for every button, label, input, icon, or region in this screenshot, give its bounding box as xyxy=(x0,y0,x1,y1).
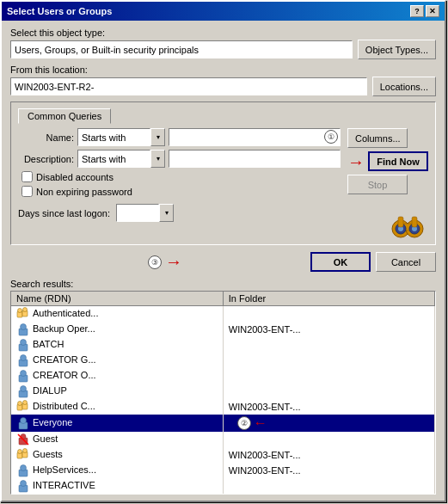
results-data-table: Name (RDN) In Folder Authenticated...Bac… xyxy=(11,292,435,494)
name-combo-arrow[interactable]: ▾ xyxy=(150,128,165,146)
find-now-wrapper: → Find Now xyxy=(347,151,428,171)
cell-folder: WIN2003-ENT-... xyxy=(223,447,434,463)
cell-name: INTERACTIVE xyxy=(11,478,223,494)
cell-name: Guests xyxy=(11,447,223,463)
ok-arrow-annotation: → xyxy=(165,252,182,272)
cell-name: Distributed C... xyxy=(11,399,223,415)
svg-point-37 xyxy=(21,465,27,471)
svg-point-24 xyxy=(18,402,22,406)
object-type-row: Object Types... xyxy=(10,40,436,59)
name-starts-with-input[interactable]: Starts with xyxy=(77,128,150,146)
non-expiring-checkbox[interactable] xyxy=(21,186,33,197)
cell-folder: WIN2003-ENT-... xyxy=(223,322,434,337)
disabled-accounts-checkbox[interactable] xyxy=(21,171,33,182)
desc-value-input[interactable] xyxy=(169,150,341,168)
svg-point-14 xyxy=(21,324,27,330)
stop-button[interactable]: Stop xyxy=(347,175,408,194)
name-starts-with-combo: Starts with ▾ xyxy=(77,128,165,146)
svg-point-33 xyxy=(18,450,22,454)
name-label: Name: xyxy=(18,132,74,143)
object-type-section: Select this object type: Object Types... xyxy=(10,28,436,59)
dialog-title: Select Users or Groups xyxy=(7,6,410,16)
days-since-arrow[interactable]: ▾ xyxy=(159,204,174,222)
cell-folder xyxy=(223,353,434,368)
name-value-input[interactable]: ① xyxy=(169,128,341,146)
col-header-name[interactable]: Name (RDN) xyxy=(11,292,223,306)
columns-button[interactable]: Columns... xyxy=(347,128,408,148)
desc-starts-with-input[interactable]: Starts with xyxy=(77,150,150,168)
cell-folder xyxy=(223,478,434,494)
table-row[interactable]: DIALUP xyxy=(11,384,435,399)
object-type-label: Select this object type: xyxy=(10,28,436,38)
search-graphic-area xyxy=(347,205,428,239)
object-types-button[interactable]: Object Types... xyxy=(358,40,436,59)
ok-button[interactable]: OK xyxy=(310,252,371,272)
svg-point-12 xyxy=(23,308,28,312)
svg-point-28 xyxy=(21,418,27,424)
cell-folder xyxy=(223,368,434,384)
name-field-row: Name: Starts with ▾ ① xyxy=(18,128,341,146)
table-row[interactable]: HelpServices...WIN2003-ENT-... xyxy=(11,463,435,478)
annotation-3-area: ③ → xyxy=(148,252,182,272)
location-input[interactable] xyxy=(10,77,367,95)
non-expiring-label: Non expiring password xyxy=(36,187,132,197)
desc-field-row: Description: Starts with ▾ xyxy=(18,150,341,168)
table-row[interactable]: Authenticated... xyxy=(11,306,435,323)
svg-point-10 xyxy=(18,309,22,313)
svg-point-16 xyxy=(21,340,27,346)
annotation-left-arrow: ← xyxy=(254,415,267,431)
table-row[interactable]: INTERACTIVE xyxy=(11,478,435,494)
table-row[interactable]: Guest xyxy=(11,432,435,447)
days-since-label: Days since last logon: xyxy=(18,208,113,218)
cell-name: CREATOR O... xyxy=(11,368,223,384)
table-row[interactable]: GuestsWIN2003-ENT-... xyxy=(11,447,435,463)
table-row[interactable]: CREATOR O... xyxy=(11,368,435,384)
cell-folder xyxy=(223,337,434,353)
cell-folder: WIN2003-ENT-... xyxy=(223,463,434,478)
table-row[interactable]: Distributed C...WIN2003-ENT-... xyxy=(11,399,435,415)
table-row[interactable]: Everyone②← xyxy=(11,415,435,432)
location-label: From this location: xyxy=(10,65,436,75)
disabled-accounts-row: Disabled accounts xyxy=(18,171,341,182)
window-content: Select this object type: Object Types...… xyxy=(2,21,445,501)
annotation-circle-2: ② xyxy=(237,416,251,430)
cell-name: Everyone xyxy=(11,415,223,432)
cell-name: DIALUP xyxy=(11,384,223,399)
results-table[interactable]: Name (RDN) In Folder Authenticated...Bac… xyxy=(10,291,436,495)
svg-point-39 xyxy=(21,481,27,487)
non-expiring-row: Non expiring password xyxy=(18,186,341,197)
cancel-button[interactable]: Cancel xyxy=(376,252,436,272)
desc-label: Description: xyxy=(18,154,74,164)
location-row: Locations... xyxy=(10,77,436,96)
days-since-input[interactable] xyxy=(116,204,159,222)
results-label: Search results: xyxy=(10,279,436,289)
select-users-dialog: Select Users or Groups ? ✕ Select this o… xyxy=(0,0,446,502)
desc-combo-arrow[interactable]: ▾ xyxy=(150,150,165,168)
cell-folder: WIN2003-ENT-... xyxy=(223,399,434,415)
table-row[interactable]: BATCH xyxy=(11,337,435,353)
annotation-circle-1: ① xyxy=(324,130,338,144)
help-button[interactable]: ? xyxy=(410,5,424,17)
tab-content: Name: Starts with ▾ ① Description: xyxy=(18,128,428,239)
col-header-folder[interactable]: In Folder xyxy=(223,292,434,306)
svg-rect-8 xyxy=(412,217,417,227)
disabled-accounts-label: Disabled accounts xyxy=(36,172,114,182)
title-bar-buttons: ? ✕ xyxy=(410,5,439,17)
annotation-circle-3: ③ xyxy=(148,255,162,269)
table-row[interactable]: CREATOR G... xyxy=(11,353,435,368)
find-now-button[interactable]: Find Now xyxy=(368,151,428,171)
tab-action-buttons: Columns... → Find Now Stop xyxy=(347,128,428,239)
close-button[interactable]: ✕ xyxy=(426,5,439,17)
locations-button[interactable]: Locations... xyxy=(372,77,436,96)
svg-point-20 xyxy=(21,371,27,377)
object-type-input[interactable] xyxy=(10,40,353,58)
find-now-arrow: → xyxy=(347,153,365,170)
cell-name: CREATOR G... xyxy=(11,353,223,368)
common-queries-tab[interactable]: Common Queries xyxy=(18,108,111,124)
days-since-row: Days since last logon: ▾ xyxy=(18,204,341,222)
table-row[interactable]: Backup Oper...WIN2003-ENT-... xyxy=(11,322,435,337)
cell-name: HelpServices... xyxy=(11,463,223,478)
days-since-combo: ▾ xyxy=(116,204,174,222)
cell-name: Guest xyxy=(11,432,223,447)
svg-point-22 xyxy=(21,386,27,392)
